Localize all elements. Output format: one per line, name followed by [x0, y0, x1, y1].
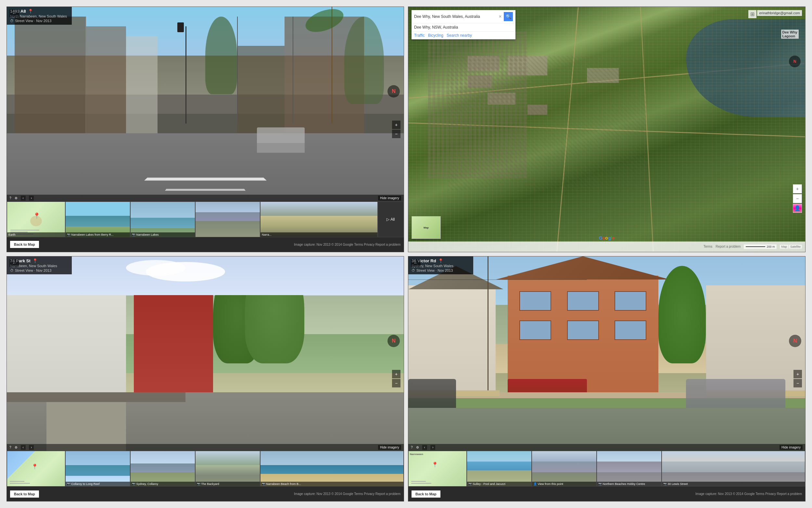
thumb-all-1[interactable]: ▷ All	[378, 202, 404, 237]
thumb-scene-1b[interactable]: Narra...	[260, 202, 378, 237]
thumb-photo-label-4b: 👤 View from this point	[532, 482, 596, 486]
thumb-photo-label-4c: 📷 Northern Beaches Hobby Centre	[597, 482, 661, 486]
image-caption-bar-2: ? ⚙ ‹ › Hide imagery	[7, 444, 404, 451]
zoom-in-btn-4[interactable]: +	[794, 370, 802, 378]
map-compass-rose[interactable]: N	[789, 55, 801, 67]
compass-n-label: N	[794, 59, 797, 64]
image-caption-bar-4: ? ⚙ ‹ › Hide imagery	[408, 444, 805, 451]
map-report-link[interactable]: Report a problem	[716, 245, 741, 248]
search-input-container: ✕ 🔍	[412, 10, 516, 23]
camera-icon-4a: 📷	[468, 482, 472, 485]
nav-next-btn-1[interactable]: ›	[29, 196, 34, 201]
thumb-map-4[interactable]: 📍 Narreween	[408, 451, 467, 486]
thumb-scene-1a[interactable]	[195, 202, 260, 237]
nav-next-btn-4[interactable]: ›	[430, 445, 435, 450]
thumbnail-strip-4: 📍 Narreween 📷 Sulley - Pool and Jacuzzi …	[408, 451, 805, 501]
compass-rose-4[interactable]: N	[789, 335, 801, 347]
thumb-photo-label-2a: 📷 Collaroy to Long Reef	[65, 482, 130, 486]
compass-rose-1[interactable]: N	[387, 85, 400, 97]
thumb-photo-4d[interactable]: 📷 30 Lewis Street	[662, 451, 805, 486]
aerial-overlay	[408, 7, 805, 252]
clear-icon[interactable]: ✕	[498, 14, 502, 19]
compass-rose-2[interactable]: N	[387, 335, 400, 347]
help-icon-4[interactable]: ?	[411, 446, 413, 449]
thumb-photo-1b[interactable]: 📷 Narrabeen Lakes	[130, 202, 195, 237]
strip-bottom-2: Back to Map Image capture: Nov 2013 © 20…	[7, 486, 404, 501]
map-terms-link[interactable]: Terms	[704, 245, 712, 248]
thumb-map-label-1: Earth	[7, 232, 65, 237]
nav-prev-btn-1[interactable]: ‹	[21, 196, 26, 201]
location-pin-icon-2: 📍	[33, 258, 38, 263]
all-label-1: ▷ All	[378, 202, 403, 237]
thumb-photo-2d[interactable]: 📷 Narrabeen Beach from B...	[260, 451, 404, 486]
camera-icon-2d: 📷	[262, 482, 266, 485]
settings-icon-1[interactable]: ⚙	[15, 196, 17, 200]
thumb-photo-label-1a: 📷 Narrabeen Lakes from Berry R...	[65, 232, 130, 237]
map-location-label: Dee Why Lagoon	[781, 30, 799, 39]
nav-prev-btn-4[interactable]: ‹	[422, 445, 427, 450]
map-zoom-controls: + − 👤	[793, 184, 802, 213]
thumb-map-2[interactable]: 📍	[7, 451, 65, 486]
map-pegman-btn[interactable]: 👤	[793, 204, 802, 213]
caption-left-2: ? ⚙ ‹ ›	[9, 445, 34, 450]
clock-icon-4: ⏱	[412, 268, 415, 272]
sv-zoom-controls-1: + −	[392, 121, 400, 138]
traffic-btn[interactable]: Traffic	[414, 33, 425, 38]
help-icon-1[interactable]: ?	[9, 196, 11, 200]
nav-back-arrow[interactable]: ←	[9, 9, 19, 17]
strip-bottom-4: Back to Map Image capture: Nov 2013 © 20…	[408, 486, 805, 501]
thumbnails-row-1: 📍 Earth 📷 Narrabeen Lakes from Berry R..…	[7, 202, 404, 237]
strip-caption-1: Image capture: Nov 2013 © 2014 Google Te…	[294, 243, 400, 246]
zoom-in-btn-2[interactable]: +	[392, 370, 400, 378]
back-to-map-btn-4[interactable]: Back to Map	[412, 491, 440, 498]
camera-icon-2a: 📷	[67, 482, 70, 485]
camera-icon-2c: 📷	[197, 482, 200, 485]
back-to-map-btn-1[interactable]: Back to Map	[10, 241, 39, 248]
google-apps-icon[interactable]: ⊞	[748, 10, 757, 18]
hide-imagery-btn-2[interactable]: Hide imagery	[378, 445, 401, 450]
thumb-photo-2b[interactable]: 📷 Sydney, Collaroy	[130, 451, 195, 486]
sv-view-type-4: ⏱ Street View · Nov 2013	[412, 268, 470, 272]
nav-next-btn-2[interactable]: ›	[29, 445, 34, 450]
thumb-photo-4b[interactable]: 👤 View from this point	[532, 451, 596, 486]
scale-label: 200 m	[767, 245, 775, 248]
map-minimap[interactable]: Map	[412, 216, 441, 239]
map-type-btn[interactable]: Map	[780, 245, 788, 249]
panel-top-right: ✕ 🔍 Dee Why, NSW, Australia Traffic Bicy…	[408, 6, 806, 252]
clock-icon: ⏱	[10, 19, 14, 23]
search-input[interactable]	[414, 14, 496, 19]
hide-imagery-btn-4[interactable]: Hide imagery	[779, 445, 803, 450]
user-icon-4b: 👤	[533, 482, 537, 485]
zoom-out-btn-1[interactable]: −	[392, 130, 400, 138]
search-suggestion[interactable]: Dee Why, NSW, Australia	[412, 23, 516, 31]
street-view-scene-2	[7, 256, 404, 451]
settings-icon-4[interactable]: ⚙	[416, 446, 419, 449]
thumb-photo-2a[interactable]: 📷 Collaroy to Long Reef	[65, 451, 130, 486]
bicycling-btn[interactable]: Bicycling	[428, 33, 443, 38]
caption-left-1: ? ⚙ ‹ ›	[9, 196, 34, 201]
thumb-photo-4c[interactable]: 📷 Northern Beaches Hobby Centre	[596, 451, 662, 486]
thumb-photo-4a[interactable]: 📷 Sulley - Pool and Jacuzzi	[467, 451, 532, 486]
panel-bottom-right: 36 Victor Rd 📍 Sydney, New South Wales ⏱…	[408, 256, 806, 502]
map-zoom-in-btn[interactable]: +	[793, 184, 802, 194]
sv-view-type-2: ⏱ Street View · Nov 2013	[10, 268, 68, 272]
thumb-photo-1a[interactable]: 📷 Narrabeen Lakes from Berry R...	[65, 202, 130, 237]
back-to-map-btn-2[interactable]: Back to Map	[10, 491, 39, 498]
satellite-type-btn[interactable]: Satellite	[789, 245, 802, 249]
zoom-in-btn-1[interactable]: +	[392, 121, 400, 129]
hide-imagery-btn-1[interactable]: Hide imagery	[378, 196, 401, 201]
map-zoom-out-btn[interactable]: −	[793, 194, 802, 203]
map-bottom-bar: Terms Report a problem 200 m Map Satelli…	[408, 242, 805, 252]
settings-icon-2[interactable]: ⚙	[15, 446, 17, 449]
thumb-map-1[interactable]: 📍 Earth	[7, 202, 65, 237]
search-nearby-btn[interactable]: Search nearby	[446, 33, 472, 38]
nav-back-arrow-2[interactable]: ←	[9, 259, 19, 267]
help-icon-2[interactable]: ?	[9, 446, 11, 449]
zoom-out-btn-4[interactable]: −	[794, 379, 802, 387]
search-btn[interactable]: 🔍	[504, 12, 513, 21]
nav-back-arrow-4[interactable]: ←	[411, 259, 421, 267]
thumb-photo-2c[interactable]: 📷 The Backyard	[195, 451, 260, 486]
nav-prev-btn-2[interactable]: ‹	[21, 445, 26, 450]
strip-caption-2: Image capture: Nov 2013 © 2014 Google Te…	[294, 492, 400, 496]
zoom-out-btn-2[interactable]: −	[392, 379, 400, 387]
